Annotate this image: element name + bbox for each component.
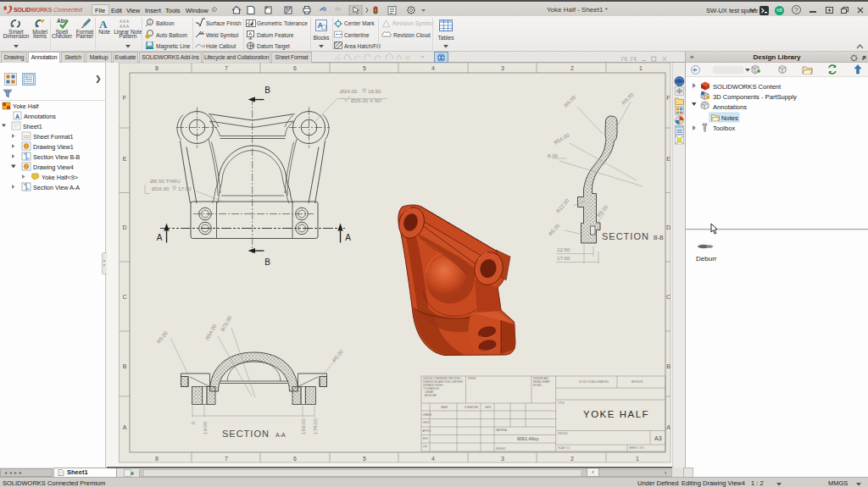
svg-text:A: A — [248, 31, 252, 36]
svg-text:3: 3 — [501, 456, 504, 462]
svg-text:B-B: B-B — [654, 235, 664, 241]
svg-text:5: 5 — [363, 65, 366, 71]
svg-text:2: 2 — [570, 456, 574, 462]
svg-text:SECTION: SECTION — [602, 231, 649, 241]
svg-text:A: A — [123, 424, 127, 430]
svg-text:6: 6 — [293, 456, 297, 462]
svg-text:Drawing View4: Drawing View4 — [33, 163, 74, 171]
svg-text:Yoke Half: Yoke Half — [13, 102, 39, 110]
svg-text:Annotations: Annotations — [713, 103, 747, 111]
svg-text:YOKE HALF: YOKE HALF — [583, 409, 649, 419]
svg-text:159.00: 159.00 — [300, 418, 306, 434]
svg-text:F: F — [666, 95, 670, 101]
svg-text:MFG: MFG — [423, 437, 428, 440]
svg-text:Ø16.00: Ø16.00 — [152, 185, 170, 191]
svg-text:8: 8 — [155, 456, 159, 462]
svg-text:1: 1 — [149, 20, 152, 25]
svg-text:SCALE: 1:2: SCALE: 1:2 — [558, 446, 570, 450]
svg-text:ANGULAR:: ANGULAR: — [425, 394, 437, 397]
svg-text:DO NOT SCALE DRAWING: DO NOT SCALE DRAWING — [579, 380, 609, 384]
svg-text:D: D — [666, 224, 670, 230]
svg-text:F: F — [123, 95, 126, 101]
svg-text:EDGES: EDGES — [533, 384, 542, 387]
svg-text:B: B — [123, 363, 127, 369]
svg-text:4: 4 — [431, 456, 435, 462]
svg-text:Ø24.00: Ø24.00 — [340, 88, 358, 94]
svg-text:Sheet Format1: Sheet Format1 — [33, 133, 74, 141]
svg-text:E: E — [123, 156, 127, 162]
svg-text:8: 8 — [155, 65, 159, 71]
svg-text:Toolbox: Toolbox — [713, 125, 735, 132]
svg-text:Q.A: Q.A — [423, 445, 427, 448]
svg-text:C: C — [666, 294, 670, 300]
svg-text:6: 6 — [293, 65, 297, 71]
svg-text:8.00: 8.00 — [548, 152, 559, 158]
svg-text:SHEET 1 OF 1: SHEET 1 OF 1 — [629, 446, 645, 450]
svg-text:7: 7 — [225, 65, 228, 71]
svg-text:1: 1 — [639, 65, 643, 71]
svg-text:178.00: 178.00 — [312, 418, 318, 434]
svg-text:Notes: Notes — [721, 114, 738, 122]
svg-text:B: B — [264, 86, 270, 95]
svg-text:uø: uø — [201, 43, 205, 48]
svg-text:TITLE:: TITLE: — [558, 401, 565, 405]
svg-text:MATERIAL:: MATERIAL: — [496, 429, 509, 432]
svg-text:NAME: NAME — [441, 406, 448, 409]
svg-text:D: D — [122, 224, 126, 230]
svg-text:SIGNATURE: SIGNATURE — [465, 406, 478, 409]
svg-text:2: 2 — [570, 65, 574, 71]
svg-text:0: 0 — [190, 421, 196, 424]
svg-text:Drawing View1: Drawing View1 — [33, 143, 74, 151]
svg-text:1: 1 — [636, 456, 639, 462]
svg-text:WEIGHT:: WEIGHT: — [496, 447, 506, 451]
svg-text:Ø8.50 THRU: Ø8.50 THRU — [150, 178, 181, 184]
svg-text:DATE: DATE — [485, 406, 491, 409]
svg-text:7: 7 — [225, 456, 228, 462]
svg-text:SECTION: SECTION — [222, 429, 270, 439]
svg-text:E: E — [666, 156, 670, 162]
svg-text:5: 5 — [363, 456, 366, 462]
svg-text:CHK'D: CHK'D — [423, 421, 430, 424]
svg-text:Sheet1: Sheet1 — [23, 123, 42, 130]
svg-text:17.00: 17.00 — [557, 255, 570, 261]
svg-text:AAA: AAA — [120, 19, 130, 24]
svg-text:APPV'D: APPV'D — [423, 429, 431, 433]
svg-text:Section View A-A: Section View A-A — [33, 184, 80, 191]
svg-text:3: 3 — [501, 65, 504, 71]
svg-text:3D Components - PartSupply: 3D Components - PartSupply — [713, 93, 797, 101]
svg-text:DWG NO.: DWG NO. — [558, 432, 569, 435]
svg-text:FINISH:: FINISH: — [468, 377, 476, 380]
svg-text:A: A — [15, 113, 19, 119]
svg-text:A: A — [157, 233, 163, 242]
svg-text:18.50: 18.50 — [368, 88, 381, 94]
svg-text:Yoke Half<9>: Yoke Half<9> — [42, 174, 78, 181]
svg-text:C: C — [122, 294, 126, 300]
svg-text:12.50: 12.50 — [557, 246, 570, 252]
svg-text:Section View B-B: Section View B-B — [33, 153, 81, 161]
svg-text:SOLIDWORKS Content: SOLIDWORKS Content — [713, 83, 782, 91]
svg-text:6061 Alloy: 6061 Alloy — [517, 436, 539, 441]
svg-text:REVISION: REVISION — [632, 380, 643, 384]
svg-text:A: A — [345, 233, 351, 242]
svg-text:19.00: 19.00 — [202, 421, 208, 434]
svg-text:A: A — [666, 424, 670, 430]
svg-text:B: B — [666, 363, 670, 369]
svg-text:Annotations: Annotations — [24, 113, 56, 120]
svg-text:Ø26.00 X 90°: Ø26.00 X 90° — [351, 97, 383, 103]
svg-text:17.90: 17.90 — [178, 185, 192, 191]
svg-text:AAA: AAA — [120, 25, 130, 29]
svg-text:A3: A3 — [654, 435, 662, 441]
svg-text:4: 4 — [431, 65, 435, 71]
svg-text:B: B — [264, 257, 270, 267]
svg-text:A-A: A-A — [275, 432, 286, 438]
svg-text:DRAWN: DRAWN — [423, 413, 431, 417]
